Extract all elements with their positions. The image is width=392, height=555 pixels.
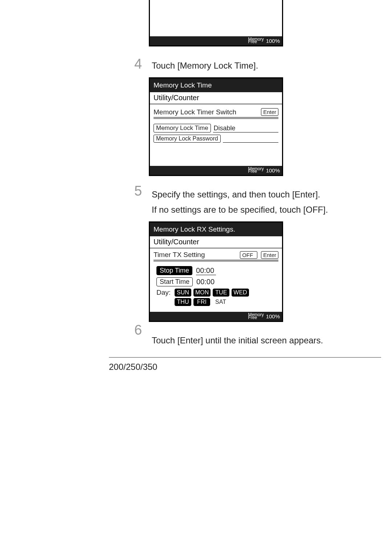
- stop-time-value[interactable]: 00:00: [196, 266, 216, 275]
- enter-button[interactable]: Enter: [261, 108, 278, 116]
- memory-status-bar: Memory Free 100%: [150, 166, 282, 175]
- day-sun[interactable]: SUN: [175, 289, 191, 297]
- stop-time-button[interactable]: Stop Time: [156, 266, 192, 275]
- panel-memory-lock-time: Memory Lock Time Utility/Counter Memory …: [149, 77, 283, 176]
- memory-lock-password-value: [223, 136, 278, 143]
- day-row-1: Day: SUN MON TUE WED: [156, 289, 277, 297]
- day-tue[interactable]: TUE: [213, 289, 229, 297]
- step-5-line1: Specify the settings, and then touch [En…: [152, 188, 377, 201]
- day-wed[interactable]: WED: [232, 289, 249, 297]
- day-fri[interactable]: FRI: [193, 298, 210, 306]
- stop-time-row: Stop Time 00:00: [156, 266, 277, 275]
- model-numbers: 200/250/350: [109, 362, 392, 372]
- day-label: Day:: [156, 289, 172, 297]
- breadcrumb: Utility/Counter: [150, 92, 282, 105]
- day-sat[interactable]: SAT: [212, 298, 229, 306]
- start-time-button[interactable]: Start Time: [156, 277, 193, 286]
- step-4-number: 4: [134, 56, 142, 72]
- panel-title: Memory Lock RX Settings.: [150, 223, 282, 236]
- memory-free-label: Memory Free: [248, 167, 264, 174]
- off-button[interactable]: OFF: [240, 251, 257, 259]
- start-time-value[interactable]: 00:00: [196, 278, 216, 286]
- memory-status-bar: Memory Free 100%: [150, 312, 282, 321]
- timer-switch-label: Memory Lock Timer Switch: [154, 108, 236, 116]
- memory-percent: 100%: [266, 167, 280, 174]
- memory-status-bar: Memory Free 100%: [150, 36, 282, 45]
- step-6-number: 6: [134, 322, 142, 338]
- day-thu[interactable]: THU: [175, 298, 191, 306]
- memory-free-label: Memory Free: [248, 38, 264, 44]
- divider: [109, 357, 381, 358]
- step-6-text: Touch [Enter] until the initial screen a…: [152, 334, 377, 347]
- start-time-row: Start Time 00:00: [156, 277, 277, 286]
- memory-lock-time-value: Disable: [213, 125, 278, 132]
- lock-time-area: Memory Lock Time Disable Memory Lock Pas…: [154, 119, 278, 163]
- panel-title: Memory Lock Time: [150, 78, 282, 92]
- memory-free-label: Memory Free: [248, 313, 264, 319]
- step-5-line2: If no settings are to be specified, touc…: [152, 204, 377, 216]
- previous-panel-fragment: Memory Free 100%: [149, 0, 283, 46]
- day-mon[interactable]: MON: [193, 289, 211, 297]
- timer-tx-row: Timer TX Setting OFF Enter: [154, 250, 278, 261]
- panel-memory-lock-rx-settings: Memory Lock RX Settings. Utility/Counter…: [149, 221, 283, 322]
- breadcrumb: Utility/Counter: [150, 236, 282, 249]
- memory-lock-password-button[interactable]: Memory Lock Password: [154, 135, 221, 143]
- step-5-number: 5: [134, 183, 142, 199]
- memory-percent: 100%: [266, 38, 280, 44]
- enter-button[interactable]: Enter: [261, 251, 278, 259]
- memory-percent: 100%: [266, 313, 280, 319]
- timer-switch-row: Memory Lock Timer Switch Enter: [154, 107, 278, 118]
- memory-lock-time-button[interactable]: Memory Lock Time: [154, 124, 211, 132]
- timer-tx-label: Timer TX Setting: [154, 251, 205, 259]
- day-row-2: THU FRI SAT: [175, 298, 277, 306]
- step-4-text: Touch [Memory Lock Time].: [152, 60, 377, 72]
